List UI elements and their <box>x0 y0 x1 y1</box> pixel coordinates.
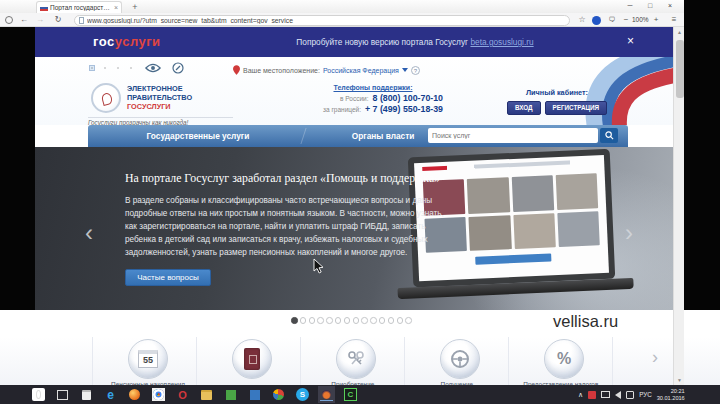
comments-bubble-icon[interactable]: 🗨 <box>606 14 618 26</box>
taskbar-app-edge-icon[interactable]: e <box>104 388 117 401</box>
accessibility-eye-icon[interactable] <box>145 63 161 73</box>
browser-menu-icon[interactable] <box>5 16 13 24</box>
taskbar-app-skype-icon[interactable]: S <box>296 388 309 401</box>
service-driving[interactable]: Получение… <box>408 339 512 385</box>
zoom-out-icon[interactable]: − <box>620 14 632 26</box>
taskbar-app-firefox-icon[interactable] <box>128 388 141 401</box>
window-maximize-button[interactable]: □ <box>642 0 658 12</box>
egov-logo-text[interactable]: ЭЛЕКТРОННОЕ ПРАВИТЕЛЬСТВО ГОСУСЛУГИ <box>127 84 192 111</box>
url-input[interactable] <box>87 17 565 24</box>
page-scrollbar[interactable]: ▲ ▼ <box>673 27 684 385</box>
support-title-link[interactable]: Телефоны поддержки: <box>303 84 443 91</box>
letterbox-left <box>0 27 35 310</box>
egov-line1: ЭЛЕКТРОННОЕ <box>127 84 192 93</box>
service-keys[interactable]: Приобретение… <box>304 339 408 385</box>
notifications-icon[interactable] <box>626 391 634 399</box>
lang-german[interactable] <box>115 65 121 71</box>
window-minimize-button[interactable]: ─ <box>622 0 638 12</box>
carousel-dot[interactable] <box>326 317 333 324</box>
taskbar-app-chart-icon[interactable] <box>272 388 285 401</box>
service-pension[interactable]: 55 Пенсионные накопления <box>96 339 200 385</box>
browser-menu-lines-icon[interactable]: ≡ <box>668 14 680 26</box>
clock[interactable]: 20:21 30.01.2016 <box>657 388 685 402</box>
taskbar-app-chrome-icon[interactable] <box>152 388 165 401</box>
banner-close-icon[interactable]: × <box>627 35 634 47</box>
carousel-dot[interactable] <box>300 317 307 324</box>
lang-english[interactable] <box>102 65 108 71</box>
antivirus-icon[interactable] <box>588 391 596 399</box>
zoom-in-icon[interactable]: + <box>650 14 662 26</box>
forward-icon[interactable]: → <box>34 14 46 26</box>
extension-badge-icon[interactable] <box>592 16 601 25</box>
taskbar-app-explorer-icon[interactable] <box>200 388 213 401</box>
taskbar-app-capp-icon[interactable]: C <box>344 388 357 401</box>
location-pin-icon <box>233 65 240 75</box>
bookmark-star-icon[interactable]: ☆ <box>576 14 588 26</box>
scrollbar-thumb[interactable] <box>676 40 684 98</box>
search-input[interactable] <box>432 132 594 139</box>
reload-icon[interactable]: ↻ <box>52 14 64 26</box>
taskbar-app-taskview-icon[interactable] <box>56 388 69 401</box>
language-indicator[interactable]: РУС <box>639 391 652 398</box>
taskbar-app-tor-icon[interactable] <box>320 388 333 401</box>
lang-russian[interactable] <box>89 65 95 71</box>
search-button[interactable] <box>600 128 618 143</box>
carousel-dot[interactable] <box>405 317 412 324</box>
search-box[interactable] <box>428 128 598 143</box>
russia-phone: 8 (800) 100-70-10 <box>373 93 443 103</box>
new-tab-button[interactable]: + <box>128 2 142 12</box>
taskbar-app-start[interactable] <box>8 388 21 401</box>
carousel-dot[interactable] <box>317 317 324 324</box>
carousel-dot[interactable] <box>335 317 342 324</box>
carousel-dot[interactable] <box>291 317 298 324</box>
account-label: Личный кабинет: <box>497 88 617 97</box>
service-passport[interactable] <box>200 339 304 381</box>
services-next-icon[interactable]: › <box>652 347 658 368</box>
address-bar[interactable] <box>74 15 570 26</box>
carousel-dot[interactable] <box>370 317 377 324</box>
carousel-next-icon[interactable]: › <box>625 221 633 245</box>
compass-icon[interactable] <box>172 62 184 74</box>
lang-french[interactable] <box>128 65 134 71</box>
passport-icon <box>232 339 272 379</box>
carousel-dot[interactable] <box>353 317 360 324</box>
laptop-page-header <box>422 159 596 171</box>
register-button[interactable]: РЕГИСТРАЦИЯ <box>545 101 608 115</box>
tray-expand-icon[interactable]: ∧ <box>578 391 583 399</box>
taskbar-app-search-icon[interactable] <box>32 388 45 401</box>
carousel-dot[interactable] <box>379 317 386 324</box>
laptop-tile <box>557 211 600 247</box>
carousel-dot[interactable] <box>344 317 351 324</box>
browser-tab[interactable]: Портал государственны… × <box>36 1 122 13</box>
beta-link[interactable]: beta.gosuslugi.ru <box>470 37 533 47</box>
carousel-dot[interactable] <box>309 317 316 324</box>
browser-window: Портал государственны… × + ─ □ × ← → ↻ ☆… <box>0 0 684 27</box>
scroll-up-icon[interactable]: ▲ <box>674 29 685 35</box>
taskbar-app-opera-icon[interactable]: O <box>176 388 189 401</box>
carousel-dot[interactable] <box>361 317 368 324</box>
location-selector[interactable]: Ваше местоположение: Российская Федераци… <box>233 65 420 75</box>
nav-separator <box>300 128 306 144</box>
speaker-icon[interactable] <box>615 391 621 399</box>
tab-close-icon[interactable]: × <box>114 4 118 11</box>
popular-services-band: 55 Пенсионные накопления Приобретение… <box>0 337 720 385</box>
login-button[interactable]: ВХОД <box>507 101 541 115</box>
service-taxes[interactable]: % Предоставление налогов… <box>512 339 616 385</box>
location-value[interactable]: Российская Федерация <box>323 67 399 74</box>
faq-button[interactable]: Частые вопросы <box>125 269 211 286</box>
taskbar-app-photos-icon[interactable] <box>248 388 261 401</box>
carousel-dot[interactable] <box>397 317 404 324</box>
slide-body: В разделе собраны и классифицированы час… <box>125 194 457 259</box>
taskbar-app-store-icon[interactable] <box>80 388 93 401</box>
carousel-prev-icon[interactable]: ‹ <box>85 221 93 245</box>
network-icon[interactable] <box>601 391 610 398</box>
back-icon[interactable]: ← <box>18 14 30 26</box>
banner-text: Попробуйте новую версию портала Госуслуг <box>296 37 470 47</box>
laptop-blue-button <box>475 253 551 264</box>
scroll-down-icon[interactable]: ▼ <box>674 377 685 383</box>
taskbar-app-notes-icon[interactable] <box>224 388 237 401</box>
nav-state-services[interactable]: Государственные услуги <box>108 125 288 147</box>
window-close-button[interactable]: × <box>662 0 678 12</box>
help-icon[interactable]: ? <box>411 66 420 75</box>
carousel-dot[interactable] <box>388 317 395 324</box>
